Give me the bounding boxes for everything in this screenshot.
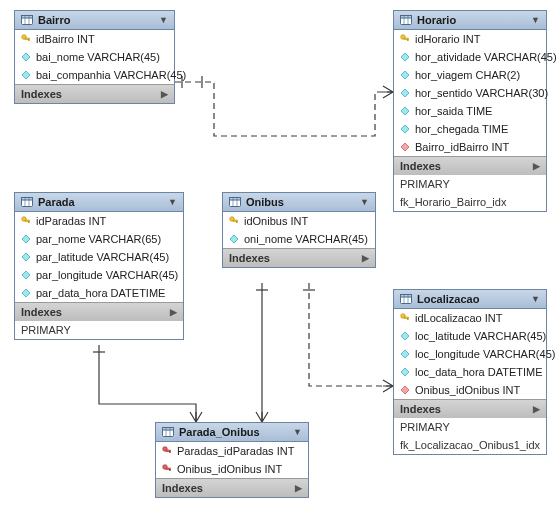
column-type-icon xyxy=(21,252,31,262)
column-text: Onibus_idOnibus INT xyxy=(415,384,520,396)
entity-onibus[interactable]: Onibus▼idOnibus INToni_nome VARCHAR(45)I… xyxy=(222,192,376,268)
entity-title: Parada_Onibus xyxy=(179,426,260,438)
column-row[interactable]: bai_nome VARCHAR(45) xyxy=(15,48,174,66)
table-icon xyxy=(162,426,174,438)
expand-icon[interactable]: ▶ xyxy=(295,483,302,493)
column-text: Bairro_idBairro INT xyxy=(415,141,509,153)
entity-parada_onibus[interactable]: Parada_Onibus▼Paradas_idParadas INTOnibu… xyxy=(155,422,309,498)
column-type-icon xyxy=(400,349,410,359)
expand-icon[interactable]: ▶ xyxy=(170,307,177,317)
column-type-icon xyxy=(162,446,172,456)
column-text: idParadas INT xyxy=(36,215,106,227)
column-row[interactable]: idParadas INT xyxy=(15,212,183,230)
collapse-icon[interactable]: ▼ xyxy=(360,197,369,207)
collapse-icon[interactable]: ▼ xyxy=(159,15,168,25)
svg-rect-34 xyxy=(408,318,409,320)
column-text: Onibus_idOnibus INT xyxy=(177,463,282,475)
column-type-icon xyxy=(400,313,410,323)
table-icon xyxy=(21,14,33,26)
entity-header[interactable]: Horario▼ xyxy=(394,11,546,30)
column-type-icon xyxy=(400,331,410,341)
index-row[interactable]: PRIMARY xyxy=(394,418,546,436)
column-row[interactable]: idHorario INT xyxy=(394,30,546,48)
expand-icon[interactable]: ▶ xyxy=(533,404,540,414)
collapse-icon[interactable]: ▼ xyxy=(293,427,302,437)
indexes-header[interactable]: Indexes▶ xyxy=(394,156,546,175)
table-icon xyxy=(400,293,412,305)
column-row[interactable]: loc_data_hora DATETIME xyxy=(394,363,546,381)
column-row[interactable]: loc_latitude VARCHAR(45) xyxy=(394,327,546,345)
column-row[interactable]: Onibus_idOnibus INT xyxy=(394,381,546,399)
column-row[interactable]: idLocalizacao INT xyxy=(394,309,546,327)
index-row[interactable]: PRIMARY xyxy=(15,321,183,339)
svg-rect-20 xyxy=(29,221,30,223)
column-row[interactable]: idBairro INT xyxy=(15,30,174,48)
entity-header[interactable]: Localizacao▼ xyxy=(394,290,546,309)
column-row[interactable]: par_nome VARCHAR(65) xyxy=(15,230,183,248)
column-type-icon xyxy=(21,216,31,226)
column-type-icon xyxy=(400,385,410,395)
column-row[interactable]: par_latitude VARCHAR(45) xyxy=(15,248,183,266)
column-row[interactable]: Bairro_idBairro INT xyxy=(394,138,546,156)
column-row[interactable]: hor_sentido VARCHAR(30) xyxy=(394,84,546,102)
index-row[interactable]: fk_Localizacao_Onibus1_idx xyxy=(394,436,546,454)
column-row[interactable]: oni_nome VARCHAR(45) xyxy=(223,230,375,248)
expand-icon[interactable]: ▶ xyxy=(533,161,540,171)
entity-parada[interactable]: Parada▼idParadas INTpar_nome VARCHAR(65)… xyxy=(14,192,184,340)
index-row[interactable]: fk_Horario_Bairro_idx xyxy=(394,193,546,211)
table-icon xyxy=(400,14,412,26)
column-type-icon xyxy=(400,142,410,152)
entity-title: Parada xyxy=(38,196,75,208)
index-row[interactable]: PRIMARY xyxy=(394,175,546,193)
column-row[interactable]: hor_viagem CHAR(2) xyxy=(394,66,546,84)
collapse-icon[interactable]: ▼ xyxy=(168,197,177,207)
column-row[interactable]: hor_saida TIME xyxy=(394,102,546,120)
entity-header[interactable]: Onibus▼ xyxy=(223,193,375,212)
column-type-icon xyxy=(229,234,239,244)
column-row[interactable]: hor_atividade VARCHAR(45) xyxy=(394,48,546,66)
column-row[interactable]: Onibus_idOnibus INT xyxy=(156,460,308,478)
collapse-icon[interactable]: ▼ xyxy=(531,15,540,25)
column-row[interactable]: hor_chegada TIME xyxy=(394,120,546,138)
expand-icon[interactable]: ▶ xyxy=(362,253,369,263)
indexes-header[interactable]: Indexes▶ xyxy=(15,84,174,103)
column-type-icon xyxy=(400,52,410,62)
entity-header[interactable]: Bairro▼ xyxy=(15,11,174,30)
indexes-header[interactable]: Indexes▶ xyxy=(15,302,183,321)
indexes-label: Indexes xyxy=(400,160,441,172)
entity-header[interactable]: Parada_Onibus▼ xyxy=(156,423,308,442)
svg-rect-13 xyxy=(408,39,409,41)
column-type-icon xyxy=(400,88,410,98)
indexes-header[interactable]: Indexes▶ xyxy=(223,248,375,267)
column-row[interactable]: bai_companhia VARCHAR(45) xyxy=(15,66,174,84)
column-type-icon xyxy=(21,270,31,280)
svg-rect-29 xyxy=(401,295,412,298)
entity-header[interactable]: Parada▼ xyxy=(15,193,183,212)
column-type-icon xyxy=(21,52,31,62)
indexes-label: Indexes xyxy=(229,252,270,264)
svg-rect-22 xyxy=(230,198,241,201)
table-icon xyxy=(21,196,33,208)
column-type-icon xyxy=(400,124,410,134)
column-row[interactable]: par_longitude VARCHAR(45) xyxy=(15,266,183,284)
entity-horario[interactable]: Horario▼idHorario INThor_atividade VARCH… xyxy=(393,10,547,212)
entity-localizacao[interactable]: Localizacao▼idLocalizacao INTloc_latitud… xyxy=(393,289,547,455)
table-icon xyxy=(229,196,241,208)
indexes-label: Indexes xyxy=(21,306,62,318)
column-type-icon xyxy=(229,216,239,226)
indexes-header[interactable]: Indexes▶ xyxy=(156,478,308,497)
entity-bairro[interactable]: Bairro▼idBairro INTbai_nome VARCHAR(45)b… xyxy=(14,10,175,104)
column-text: par_data_hora DATETIME xyxy=(36,287,165,299)
column-text: hor_atividade VARCHAR(45) xyxy=(415,51,557,63)
column-text: hor_chegada TIME xyxy=(415,123,508,135)
entity-title: Localizacao xyxy=(417,293,479,305)
column-type-icon xyxy=(162,464,172,474)
indexes-header[interactable]: Indexes▶ xyxy=(394,399,546,418)
expand-icon[interactable]: ▶ xyxy=(161,89,168,99)
column-row[interactable]: par_data_hora DATETIME xyxy=(15,284,183,302)
collapse-icon[interactable]: ▼ xyxy=(531,294,540,304)
column-row[interactable]: Paradas_idParadas INT xyxy=(156,442,308,460)
column-row[interactable]: loc_longitude VARCHAR(45) xyxy=(394,345,546,363)
column-text: oni_nome VARCHAR(45) xyxy=(244,233,368,245)
column-row[interactable]: idOnibus INT xyxy=(223,212,375,230)
